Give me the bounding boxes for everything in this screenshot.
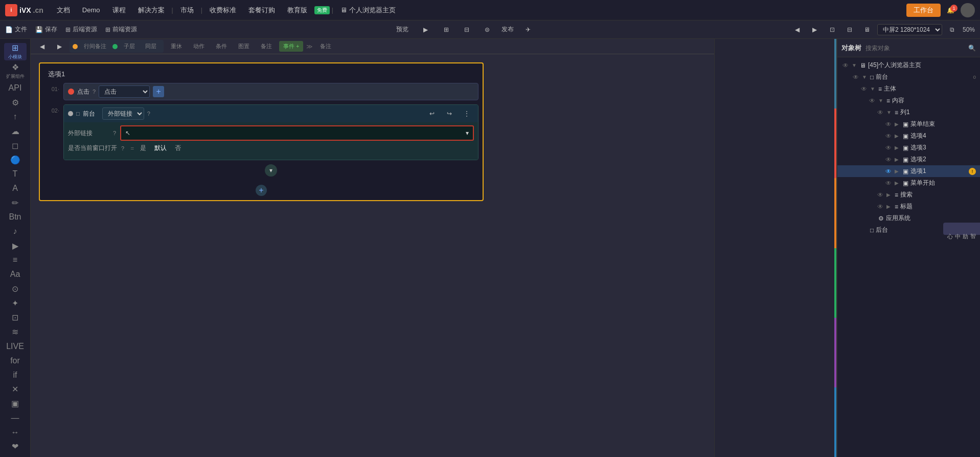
avatar[interactable] (961, 3, 975, 17)
nav-market[interactable]: 市场 (175, 4, 199, 17)
nav-file[interactable]: 📄 文件 (5, 25, 27, 34)
tree-eye-1[interactable]: 👁 (852, 74, 860, 81)
nav-save[interactable]: 💾 保存 (35, 25, 57, 34)
action-redo[interactable]: ↪ (442, 107, 457, 120)
tree-eye-11[interactable]: 👁 (876, 191, 884, 199)
add-action-btn[interactable]: + (256, 185, 267, 196)
nav-demo[interactable]: Demo (77, 4, 105, 16)
tree-eye-6[interactable]: 👁 (884, 133, 893, 140)
tree-item-search[interactable]: 👁 ▶ ≡ 搜索 (837, 189, 980, 201)
tree-arrow-2[interactable]: ▼ (870, 86, 876, 92)
action-undo[interactable]: ↩ (425, 107, 439, 120)
tree-item-option1[interactable]: 👁 ▶ ▣ 选项1 ! (837, 165, 980, 177)
nav-browser-home[interactable]: 🖥 个人浏览器主页 (335, 4, 401, 17)
tree-arrow-3[interactable]: ▼ (878, 98, 884, 103)
nav-solution[interactable]: 解决方案 (133, 4, 170, 17)
back-btn[interactable]: ◀ (35, 40, 49, 53)
tab-action[interactable]: 动作 (189, 41, 209, 52)
preview-button[interactable]: 预览 (392, 24, 413, 35)
tree-arrow-11[interactable]: ▶ (886, 192, 893, 198)
sidebar-grid[interactable]: ≋ (4, 326, 27, 338)
sidebar-line[interactable]: — (4, 412, 27, 424)
tree-arrow-9[interactable]: ▶ (895, 168, 901, 174)
nav-docs[interactable]: 文档 (52, 4, 75, 17)
tab-image[interactable]: 图置 (234, 41, 254, 52)
sidebar-cloud[interactable]: ☁ (4, 125, 27, 137)
tab-same[interactable]: 同层 (141, 41, 161, 52)
tree-arrow-5[interactable]: ▶ (895, 121, 901, 127)
sidebar-target[interactable]: ⊙ (4, 282, 27, 295)
monitor-icon[interactable]: 🖥 (860, 24, 874, 36)
send-button[interactable]: ✈ (521, 24, 535, 36)
search-icon[interactable]: 🔍 (968, 45, 976, 52)
expand-btn[interactable]: ▾ (265, 164, 277, 177)
tree-item-title[interactable]: 👁 ▶ ≡ 标题 (837, 201, 980, 212)
tree-arrow-1[interactable]: ▼ (862, 74, 868, 80)
tree-eye-0[interactable]: 👁 (841, 62, 850, 69)
nav-forward[interactable]: ▶ (808, 24, 822, 36)
tree-arrow-8[interactable]: ▶ (895, 157, 901, 162)
nav-backend[interactable]: ⊞ 后端资源 (65, 25, 97, 34)
ai-assistant-button[interactable]: 智助中心 (943, 223, 980, 235)
tab-remark[interactable]: 备注 (316, 41, 335, 52)
sidebar-btn[interactable]: Btn (4, 211, 27, 223)
tree-eye-9[interactable]: 👁 (884, 168, 893, 175)
tree-eye-4[interactable]: 👁 (876, 109, 884, 116)
option-yes[interactable]: 是 (140, 144, 146, 153)
tree-item-frontend[interactable]: 👁 ▼ □ 前台 o (837, 71, 980, 83)
screen-icon[interactable]: ⊡ (825, 24, 839, 36)
option-default[interactable]: 默认 (154, 144, 167, 153)
sidebar-for[interactable]: for (4, 355, 27, 367)
tree-eye-5[interactable]: 👁 (884, 121, 893, 128)
external-link-field[interactable]: ↖ ▾ (120, 125, 474, 141)
sidebar-star[interactable]: ✦ (4, 297, 27, 309)
tab-child[interactable]: 子层 (120, 41, 139, 52)
tree-item-option2[interactable]: 👁 ▶ ▣ 选项2 (837, 154, 980, 165)
sidebar-circle[interactable]: 🔵 (4, 154, 27, 166)
screen-select[interactable]: 中屏2 1280*1024 (877, 24, 942, 35)
sidebar-expand-table[interactable]: ▣ (4, 398, 27, 410)
tab-lineanno[interactable]: 行间备注 (80, 41, 110, 52)
sidebar-settings[interactable]: ⚙ (4, 96, 27, 108)
sidebar-shape[interactable]: ◻ (4, 139, 27, 151)
tab-condition[interactable]: 条件 (212, 41, 231, 52)
sidebar-live[interactable]: LIVE (4, 340, 27, 353)
add-trigger-btn[interactable]: + (153, 86, 164, 97)
sidebar-heart[interactable]: ❤ (4, 441, 27, 453)
tree-eye-10[interactable]: 👁 (884, 180, 893, 187)
nav-back[interactable]: ◀ (790, 24, 805, 36)
tree-eye-7[interactable]: 👁 (884, 144, 893, 151)
tree-arrow-4[interactable]: ▼ (886, 110, 893, 115)
action-more[interactable]: ⋮ (460, 107, 474, 120)
forward-btn[interactable]: ▶ (52, 40, 66, 53)
tree-item-option3[interactable]: 👁 ▶ ▣ 选项3 (837, 142, 980, 154)
sidebar-module[interactable]: ⊞ 小模块 (4, 43, 27, 60)
nav-packages[interactable]: 套餐订购 (243, 4, 280, 17)
trigger-select[interactable]: 点击 (99, 85, 150, 98)
sidebar-video[interactable]: ▶ (4, 240, 27, 252)
bell-icon[interactable]: 🔔 1 (947, 7, 954, 14)
tree-arrow-6[interactable]: ▶ (895, 133, 901, 139)
copy-icon[interactable]: ⧉ (945, 24, 960, 36)
sidebar-music[interactable]: ♪ (4, 225, 27, 237)
play-button[interactable]: ▶ (419, 24, 433, 36)
tree-arrow-10[interactable]: ▶ (895, 180, 901, 186)
grid-button[interactable]: ⊞ (439, 24, 453, 36)
tree-arrow-0[interactable]: ▼ (852, 62, 858, 68)
layout-button[interactable]: ⊟ (460, 24, 474, 36)
tab-rest[interactable]: 重休 (167, 41, 186, 52)
sidebar-table[interactable]: ⊡ (4, 312, 27, 324)
tree-arrow-12[interactable]: ▶ (886, 204, 893, 209)
option-no[interactable]: 否 (175, 144, 181, 153)
action-type-select[interactable]: 外部链接 (102, 107, 144, 120)
tree-eye-12[interactable]: 👁 (876, 203, 884, 210)
tree-item-option4[interactable]: 👁 ▶ ▣ 选项4 (837, 130, 980, 142)
sidebar-close[interactable]: ✕ (4, 383, 27, 396)
publish-button[interactable]: 发布 (500, 24, 515, 36)
config-button[interactable]: ⊜ (480, 24, 494, 36)
sidebar-aa[interactable]: Aa (4, 268, 27, 280)
sidebar-text-a[interactable]: A (4, 182, 27, 194)
tree-item-menu-start[interactable]: 👁 ▶ ▣ 菜单开始 (837, 177, 980, 189)
tree-item-menu-end[interactable]: 👁 ▶ ▣ 菜单结束 (837, 118, 980, 130)
logo[interactable]: i iVX .cn (5, 4, 43, 16)
